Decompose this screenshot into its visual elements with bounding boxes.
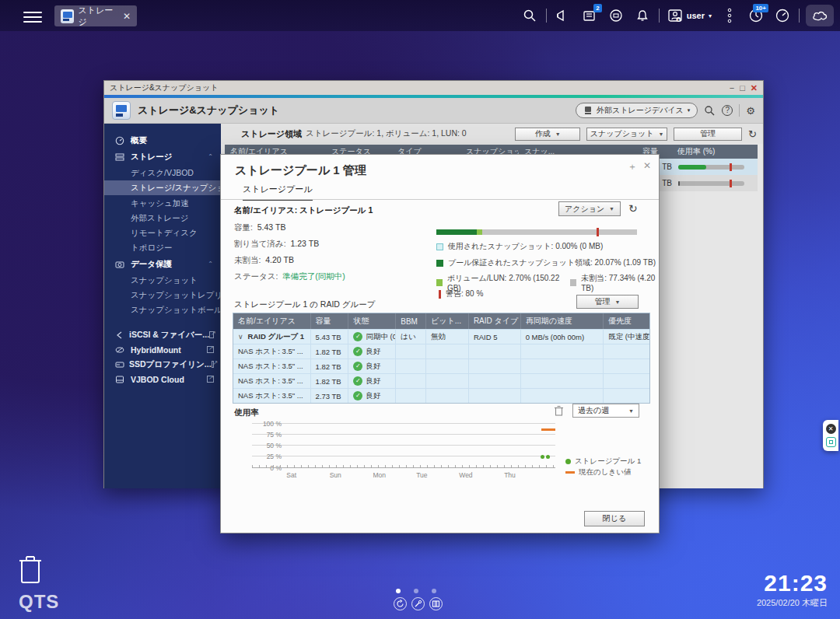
tab-separator bbox=[221, 199, 659, 200]
taskbar-divider bbox=[546, 9, 547, 23]
gauge-icon bbox=[115, 136, 126, 145]
sidebar-item-storage-snapshots[interactable]: ストレージ/スナップショ... bbox=[104, 180, 221, 195]
chevron-down-icon: ▼ bbox=[555, 131, 561, 137]
sidebar-item-snapshot-vault[interactable]: スナップショットボールト bbox=[104, 303, 221, 317]
chevron-down-icon: ▾ bbox=[709, 12, 712, 19]
sidebar-item-external-storage[interactable]: 外部ストレージ bbox=[104, 211, 221, 226]
sidebar-item-ssd-profiling[interactable]: SSDプロファイリン... bbox=[104, 357, 221, 372]
dialog-expand-icon[interactable]: ＋ bbox=[628, 160, 637, 173]
taskbar-tab-storage[interactable]: ストレージ ✕ bbox=[54, 5, 137, 26]
desktop-wallpaper: ストレージ ✕ 2 ★ user bbox=[0, 0, 840, 619]
chevron-down-icon: ▾ bbox=[688, 107, 691, 114]
user-menu[interactable]: ★ user ▾ bbox=[663, 8, 716, 23]
show-desktop-icon[interactable] bbox=[429, 597, 443, 610]
vjbod-cloud-icon bbox=[115, 375, 126, 384]
ssd-icon bbox=[115, 360, 124, 369]
user-name-label: user bbox=[687, 11, 705, 20]
close-button[interactable]: ✕ bbox=[751, 84, 758, 93]
remote-sync-icon[interactable] bbox=[603, 0, 629, 31]
status-ok-icon: ✓ bbox=[353, 376, 362, 386]
raid-disk-row[interactable]: NAS ホスト: 3.5" ... 1.82 TB ✓良好 bbox=[233, 358, 649, 373]
raid-group-row[interactable]: ∨RAID グループ 1 5.43 TB ✓同期中 (0... はい 無効 RA… bbox=[233, 329, 649, 344]
resource-monitor-icon[interactable] bbox=[769, 0, 796, 31]
drive-icon bbox=[583, 106, 593, 115]
chevron-up-icon: ⌃ bbox=[208, 261, 213, 268]
window-titlebar[interactable]: ストレージ&スナップショット − □ ✕ bbox=[104, 81, 763, 95]
more-options-icon[interactable] bbox=[716, 0, 743, 31]
close-icon[interactable]: ✕ bbox=[826, 424, 836, 434]
legend-swatch bbox=[439, 290, 441, 299]
usage-bar[interactable] bbox=[678, 165, 744, 170]
status-ok-icon: ✓ bbox=[353, 332, 362, 341]
usage-bar[interactable] bbox=[678, 181, 744, 186]
raid-manage-button[interactable]: 管理▼ bbox=[576, 295, 639, 309]
sidebar-item-snapshot-replica[interactable]: スナップショットレプリカ bbox=[104, 288, 221, 303]
page-dot-active[interactable] bbox=[396, 589, 401, 593]
content-toolbar: ストレージ領域 ストレージプール: 1, ボリューム: 1, LUN: 0 作成… bbox=[221, 124, 763, 144]
announcement-icon[interactable] bbox=[550, 0, 576, 31]
notifications-bell-icon[interactable] bbox=[629, 0, 656, 31]
page-dot[interactable] bbox=[414, 589, 418, 593]
tab-storage-pool[interactable]: ストレージプール bbox=[243, 184, 313, 201]
desktop-clock[interactable]: 21:23 2025/02/20 木曜日 bbox=[757, 570, 828, 609]
desktop-page-dots bbox=[396, 589, 436, 593]
sidebar-item-snapshot[interactable]: スナップショット bbox=[104, 273, 221, 288]
search-tool-icon[interactable] bbox=[411, 597, 425, 610]
user-icon: ★ bbox=[667, 8, 683, 23]
sidebar-item-vjbod-cloud[interactable]: VJBOD Cloud bbox=[104, 372, 221, 386]
manage-button[interactable]: 管理 bbox=[674, 128, 742, 141]
chevron-down-icon[interactable]: ∨ bbox=[238, 333, 243, 341]
pool-name: 名前/エイリアス: ストレージプール 1 bbox=[234, 205, 373, 216]
sidebar-item-overview[interactable]: 概要 bbox=[104, 133, 221, 148]
clock-date: 2025/02/20 木曜日 bbox=[757, 597, 828, 609]
settings-gear-icon[interactable]: ⚙ bbox=[746, 105, 755, 117]
background-tasks-icon[interactable]: 10+ bbox=[743, 0, 769, 31]
create-button[interactable]: 作成▼ bbox=[515, 128, 580, 141]
tab-close-icon[interactable]: ✕ bbox=[123, 11, 131, 22]
chart-legend-threshold: 現在のしきい値 bbox=[565, 467, 631, 477]
sidebar-item-hybridmount[interactable]: HybridMount bbox=[104, 342, 221, 357]
raid-disk-row[interactable]: NAS ホスト: 3.5" ... 2.73 TB ✓良好 bbox=[233, 388, 649, 403]
storage-app-icon bbox=[112, 101, 131, 120]
main-menu-icon[interactable] bbox=[23, 9, 42, 23]
sidebar-item-data-protection[interactable]: データ保護 ⌃ bbox=[104, 257, 221, 271]
raid-disk-row[interactable]: NAS ホスト: 3.5" ... 1.82 TB ✓良好 bbox=[233, 344, 649, 358]
app-header: ストレージ&スナップショット 外部ストレージデバイス ▾ ? ⚙ bbox=[104, 98, 763, 124]
qts-logo: QTS bbox=[19, 591, 59, 613]
minimize-button[interactable]: − bbox=[730, 84, 734, 93]
legend-line bbox=[565, 471, 575, 474]
maximize-button[interactable]: □ bbox=[740, 84, 745, 93]
storage-pool-manage-dialog: ストレージプール 1 管理 ＋ ✕ ストレージプール 名前/エイリアス: ストレ… bbox=[220, 154, 660, 533]
news-badge: 2 bbox=[593, 4, 601, 12]
sidebar-item-storage[interactable]: ストレージ ⌃ bbox=[104, 149, 221, 164]
chart-legend-pool: ストレージプール 1 bbox=[565, 456, 641, 467]
page-dot[interactable] bbox=[432, 589, 436, 593]
global-settings-icon[interactable] bbox=[704, 105, 716, 117]
status-ok-icon: ✓ bbox=[353, 391, 362, 400]
pool-status: ステータス: 準備完了(同期中) bbox=[234, 271, 345, 282]
news-icon[interactable]: 2 bbox=[576, 0, 603, 31]
sidebar-item-remote-disk[interactable]: リモートディスク bbox=[104, 226, 221, 240]
action-button[interactable]: アクション▼ bbox=[558, 201, 621, 216]
myqnapcloud-icon[interactable] bbox=[806, 5, 834, 26]
help-icon[interactable]: ? bbox=[722, 105, 733, 116]
external-storage-device-button[interactable]: 外部ストレージデバイス ▾ bbox=[576, 103, 698, 118]
recycle-bin-icon[interactable] bbox=[17, 554, 44, 589]
display-icon[interactable] bbox=[826, 437, 836, 447]
dialog-close-button[interactable]: 閉じる bbox=[584, 511, 645, 526]
dialog-close-icon[interactable]: ✕ bbox=[643, 160, 651, 173]
raid-disk-row[interactable]: NAS ホスト: 3.5" ... 1.82 TB ✓良好 bbox=[233, 373, 649, 388]
legend-swatch bbox=[570, 279, 576, 286]
snapshot-button[interactable]: スナップショット▼ bbox=[586, 128, 667, 141]
sidebar-item-cache-acceleration[interactable]: キャッシュ加速 bbox=[104, 196, 221, 211]
search-icon[interactable] bbox=[516, 0, 543, 31]
recent-apps-icon[interactable] bbox=[394, 597, 407, 610]
sidebar-item-disks-vjbod[interactable]: ディスク/VJBOD bbox=[104, 166, 221, 180]
clear-history-trash-icon[interactable] bbox=[554, 405, 564, 419]
sidebar-item-iscsi-fiber[interactable]: iSCSI & ファイバー... bbox=[104, 327, 221, 342]
refresh-icon[interactable]: ↻ bbox=[748, 128, 757, 140]
chart-range-select[interactable]: 過去の週▼ bbox=[572, 404, 639, 418]
sidebar-item-topology[interactable]: トポロジー bbox=[104, 240, 221, 255]
clock-time: 21:23 bbox=[757, 570, 828, 596]
refresh-icon[interactable]: ↻ bbox=[628, 202, 638, 215]
